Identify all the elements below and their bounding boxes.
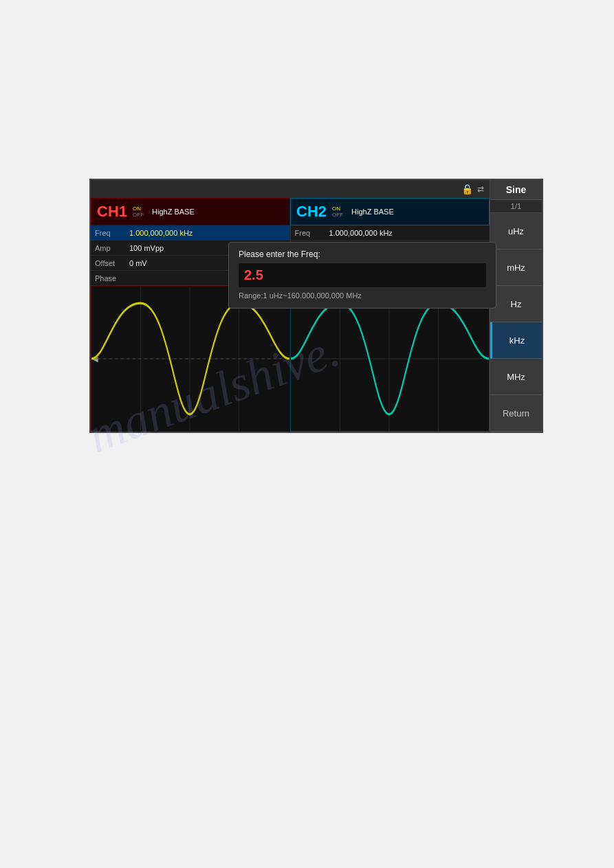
ch1-on: ON [133, 205, 144, 212]
ch1-label: CH1 [97, 203, 127, 221]
ch2-freq-value: 1.000,000,000 kHz [329, 229, 486, 237]
ch1-amp-label: Amp [95, 244, 129, 252]
ch1-offset-label: Offset [95, 259, 129, 267]
dialog-range: Range:1 uHz~160.000,000,000 MHz [239, 291, 486, 300]
right-sidebar: Sine 1/1 uHz mHz Hz kHz MHz Return [490, 180, 542, 432]
btn-khz[interactable]: kHz [490, 322, 542, 359]
btn-uhz[interactable]: uHz [490, 213, 542, 249]
btn-hz[interactable]: Hz [490, 286, 542, 322]
ch2-status: ON OFF [332, 205, 343, 218]
ch1-freq-value: 1.000,000,000 kHz [129, 229, 286, 237]
ch1-freq-row[interactable]: Freq 1.000,000,000 kHz [91, 225, 290, 241]
top-bar: 🔒 ⇄ [91, 180, 490, 198]
ch2-header[interactable]: CH2 ON OFF HighZ BASE [290, 198, 490, 225]
ch2-label: CH2 [296, 203, 327, 221]
dialog-input-value[interactable]: 2.5 [239, 263, 486, 287]
ch2-freq-row[interactable]: Freq 1.000,000,000 kHz [291, 225, 490, 241]
ch2-freq-label: Freq [295, 229, 329, 237]
ch1-status: ON OFF [133, 205, 144, 218]
dialog-title: Please enter the Freq: [239, 249, 486, 259]
ch1-off: OFF [133, 212, 144, 218]
btn-return[interactable]: Return [490, 395, 542, 432]
ch1-config: HighZ BASE [152, 208, 195, 216]
usb-icon: ⇄ [477, 184, 484, 194]
freq-input-dialog: Please enter the Freq: 2.5 Range:1 uHz~1… [228, 242, 496, 309]
ch2-on: ON [332, 205, 343, 212]
ch1-freq-label: Freq [95, 229, 129, 237]
sidebar-title: Sine [490, 180, 542, 200]
ch2-config: HighZ BASE [351, 208, 394, 216]
lock-icon: 🔒 [461, 183, 473, 194]
btn-mhz[interactable]: MHz [490, 359, 542, 395]
ch2-off: OFF [332, 212, 343, 218]
ch1-header[interactable]: CH1 ON OFF HighZ BASE [91, 198, 290, 225]
sidebar-page: 1/1 [490, 200, 542, 213]
btn-mhz-small[interactable]: mHz [490, 249, 542, 286]
ch1-phase-label: Phase [95, 274, 129, 282]
channels-header: CH1 ON OFF HighZ BASE CH2 ON OFF HighZ B… [91, 198, 490, 225]
